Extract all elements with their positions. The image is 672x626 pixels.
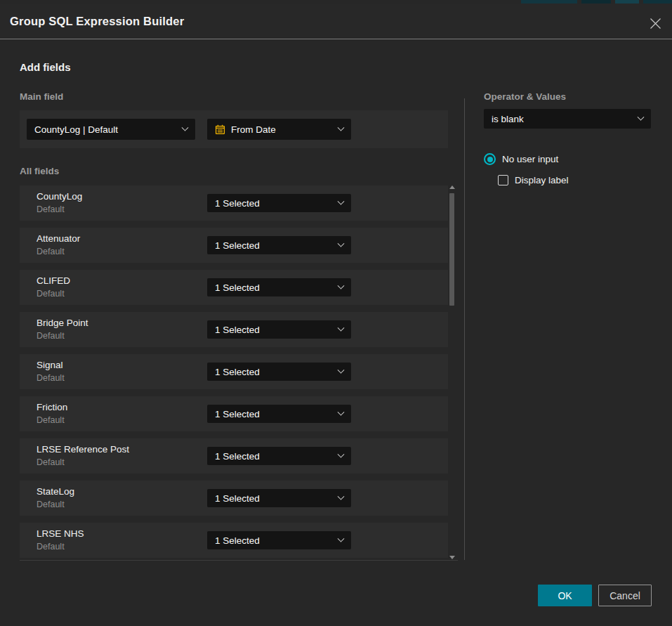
- group-sql-expression-builder-dialog: Group SQL Expression Builder Add fields …: [0, 0, 672, 626]
- chevron-down-icon: [338, 408, 345, 415]
- main-field-panel: CountyLog | Default From Date: [20, 110, 448, 148]
- dialog-title: Group SQL Expression Builder: [10, 15, 184, 28]
- dialog-titlebar: Group SQL Expression Builder: [0, 4, 672, 39]
- field-row-subtitle: Default: [37, 415, 65, 425]
- field-selection-dropdown[interactable]: 1 Selected: [207, 531, 351, 549]
- field-row-subtitle: Default: [37, 500, 65, 509]
- panel-divider: [464, 98, 465, 560]
- field-row: LRSE NHS Default 1 Selected: [20, 523, 448, 558]
- field-row: CLIFED Default 1 Selected: [20, 270, 448, 305]
- field-selection-dropdown[interactable]: 1 Selected: [207, 447, 351, 465]
- field-row-name: StateLog: [37, 486, 74, 497]
- field-row-name: Signal: [37, 360, 63, 370]
- field-selection-dropdown[interactable]: 1 Selected: [207, 489, 351, 507]
- field-row-name: LRSE NHS: [37, 528, 84, 539]
- field-selection-dropdown[interactable]: 1 Selected: [207, 278, 351, 296]
- cancel-button[interactable]: Cancel: [598, 585, 652, 606]
- chevron-down-icon: [338, 282, 345, 289]
- field-row: CountyLog Default 1 Selected: [20, 185, 448, 221]
- scroll-up-arrow-icon[interactable]: [449, 185, 455, 189]
- field-selection-dropdown[interactable]: 1 Selected: [207, 194, 351, 212]
- chevron-down-icon: [638, 113, 645, 120]
- scrollbar-thumb[interactable]: [449, 193, 454, 306]
- checkbox-unchecked-icon[interactable]: [498, 175, 508, 185]
- main-field-dropdown-value: From Date: [231, 124, 276, 135]
- field-selection-value: 1 Selected: [215, 325, 260, 335]
- calendar-date-icon: [215, 124, 225, 135]
- field-selection-value: 1 Selected: [215, 493, 260, 504]
- main-layer-dropdown[interactable]: CountyLog | Default: [27, 119, 195, 140]
- chevron-down-icon: [338, 450, 345, 457]
- field-row: Signal Default 1 Selected: [20, 354, 448, 389]
- no-user-input-label: No user input: [502, 154, 558, 164]
- field-row: Bridge Point Default 1 Selected: [20, 312, 448, 347]
- display-label-option[interactable]: Display label: [498, 175, 569, 185]
- field-row: StateLog Default 1 Selected: [20, 481, 448, 516]
- field-row-subtitle: Default: [37, 373, 65, 383]
- ok-button[interactable]: OK: [538, 585, 592, 606]
- chevron-down-icon: [182, 124, 189, 131]
- field-row-subtitle: Default: [37, 247, 65, 256]
- field-row-name: Friction: [37, 402, 67, 412]
- field-row-name: CountyLog: [37, 191, 82, 202]
- display-label-label: Display label: [515, 175, 569, 185]
- chevron-down-icon: [338, 324, 345, 331]
- field-selection-value: 1 Selected: [215, 409, 260, 419]
- chevron-down-icon: [338, 366, 345, 373]
- field-row-subtitle: Default: [37, 289, 65, 299]
- chevron-down-icon: [338, 124, 345, 131]
- list-scrollbar[interactable]: [449, 183, 455, 563]
- list-bottom-divider: [20, 560, 458, 561]
- add-fields-heading: Add fields: [20, 61, 71, 73]
- main-field-heading: Main field: [20, 91, 63, 102]
- field-selection-dropdown[interactable]: 1 Selected: [207, 236, 351, 254]
- field-selection-value: 1 Selected: [215, 240, 260, 251]
- operator-values-heading: Operator & Values: [484, 91, 566, 102]
- close-icon: [649, 17, 662, 30]
- main-field-dropdown[interactable]: From Date: [207, 119, 351, 140]
- all-fields-list: CountyLog Default 1 Selected Attenuator …: [20, 185, 448, 565]
- field-row-subtitle: Default: [37, 457, 65, 467]
- field-selection-value: 1 Selected: [215, 282, 260, 293]
- field-selection-value: 1 Selected: [215, 198, 260, 209]
- field-selection-dropdown[interactable]: 1 Selected: [207, 363, 351, 381]
- chevron-down-icon: [338, 197, 345, 204]
- field-selection-value: 1 Selected: [215, 535, 260, 546]
- field-row: Friction Default 1 Selected: [20, 396, 448, 431]
- field-selection-dropdown[interactable]: 1 Selected: [207, 405, 351, 423]
- field-row-subtitle: Default: [37, 542, 65, 552]
- field-row: Attenuator Default 1 Selected: [20, 228, 448, 263]
- field-row-subtitle: Default: [37, 331, 65, 341]
- field-row-name: Attenuator: [37, 233, 80, 244]
- all-fields-heading: All fields: [20, 166, 59, 176]
- operator-dropdown[interactable]: is blank: [484, 109, 651, 129]
- chevron-down-icon: [338, 240, 345, 247]
- close-button[interactable]: [647, 15, 663, 31]
- field-row-subtitle: Default: [37, 204, 65, 214]
- chevron-down-icon: [338, 493, 345, 500]
- main-layer-dropdown-value: CountyLog | Default: [34, 124, 118, 135]
- field-selection-value: 1 Selected: [215, 451, 260, 462]
- chevron-down-icon: [338, 535, 345, 542]
- radio-selected-icon[interactable]: [484, 153, 496, 165]
- field-row: LRSE Reference Post Default 1 Selected: [20, 438, 448, 474]
- field-row-name: CLIFED: [37, 275, 70, 286]
- field-selection-value: 1 Selected: [215, 367, 260, 377]
- operator-dropdown-value: is blank: [492, 114, 524, 124]
- no-user-input-option[interactable]: No user input: [484, 153, 558, 165]
- field-row-name: LRSE Reference Post: [37, 444, 129, 455]
- field-row-name: Bridge Point: [37, 318, 88, 328]
- field-selection-dropdown[interactable]: 1 Selected: [207, 320, 351, 339]
- radio-dot: [487, 157, 493, 162]
- scroll-down-arrow-icon[interactable]: [449, 556, 455, 559]
